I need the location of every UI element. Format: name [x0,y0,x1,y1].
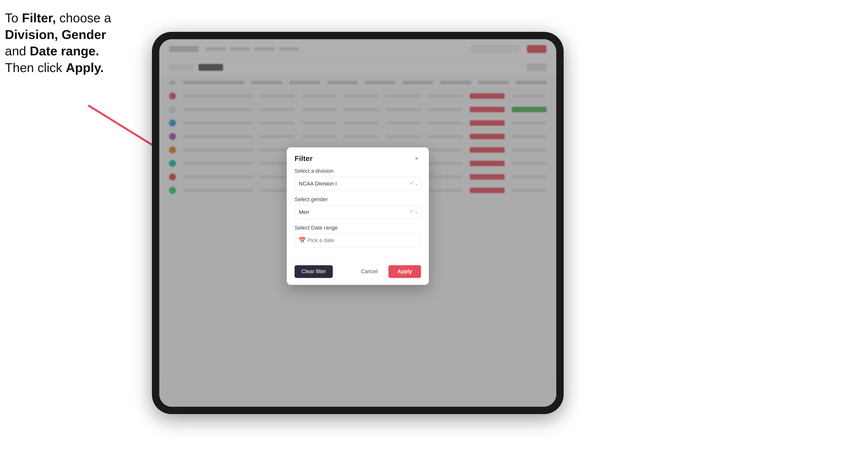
instruction-text: To Filter, choose a Division, Gender and… [5,10,142,76]
date-input[interactable] [294,234,421,247]
date-input-wrapper: 📅 [294,234,421,247]
tablet-frame: Filter × Select a division NCAA Division… [152,32,564,414]
tablet-screen: Filter × Select a division NCAA Division… [159,39,556,407]
modal-body: Select a division NCAA Division I × ⌃⌄ S… [287,168,429,260]
modal-footer: Clear filter Cancel Apply [287,260,429,285]
date-form-group: Select Date range 📅 [294,225,421,247]
instruction-bold2: Division, Gender [5,27,106,42]
instruction-line3: and Date range. [5,44,99,58]
gender-clear-button[interactable]: × [409,210,412,215]
modal-close-button[interactable]: × [412,154,421,163]
modal-header: Filter × [287,147,429,168]
gender-label: Select gender [294,196,421,203]
division-select[interactable]: NCAA Division I [294,177,421,190]
gender-select[interactable]: Men [294,205,421,219]
instruction-line4: Then click Apply. [5,61,104,75]
division-label: Select a division [294,168,421,174]
gender-form-group: Select gender Men × ⌃⌄ [294,196,421,219]
division-clear-button[interactable]: × [409,181,412,186]
apply-button[interactable]: Apply [389,265,421,278]
cancel-button[interactable]: Cancel [354,265,384,278]
modal-footer-right: Cancel Apply [354,265,421,278]
filter-modal: Filter × Select a division NCAA Division… [287,147,429,285]
gender-select-wrapper: Men × ⌃⌄ [294,205,421,219]
instruction-line1: To Filter, choose a [5,11,111,25]
modal-title: Filter [294,154,312,163]
date-label: Select Date range [294,225,421,231]
division-form-group: Select a division NCAA Division I × ⌃⌄ [294,168,421,190]
division-select-wrapper: NCAA Division I × ⌃⌄ [294,177,421,190]
clear-filter-button[interactable]: Clear filter [294,265,333,278]
